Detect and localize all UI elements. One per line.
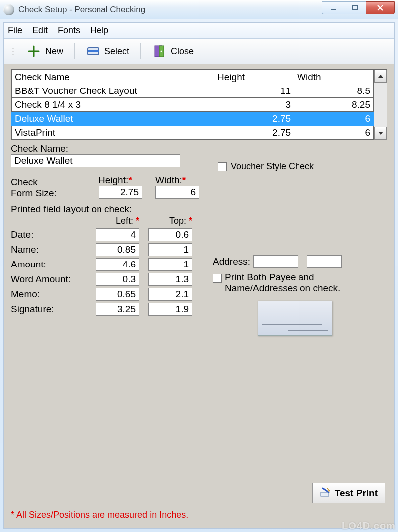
col-width[interactable]: Width: [294, 70, 374, 84]
word-amount-top-input[interactable]: [148, 273, 192, 286]
table-row[interactable]: Check 8 1/4 x 3 3 8.25: [12, 98, 374, 112]
memo-label: Memo:: [11, 289, 96, 300]
window-controls: [322, 5, 395, 14]
check-table[interactable]: Check Name Height Width BB&T Voucher Che…: [11, 70, 374, 140]
scroll-down-button[interactable]: [374, 127, 387, 140]
menu-edit[interactable]: Edit: [32, 25, 48, 36]
app-window: Check Setup - Personal Checking File Edi…: [0, 0, 398, 532]
date-top-input[interactable]: [148, 228, 192, 241]
form-size-label: Check: [11, 177, 96, 188]
menu-help[interactable]: Help: [90, 25, 108, 36]
amount-top-input[interactable]: [148, 258, 192, 271]
memo-top-input[interactable]: [148, 288, 192, 301]
right-column: Address: Print Both Payee and Name/Addre…: [213, 252, 382, 336]
print-both-label: Name/Addresses on check.: [225, 283, 340, 294]
watermark: LO4D.com: [342, 520, 396, 532]
client-area: File Edit Fonts Help ⋮ New Select: [3, 22, 395, 529]
toolbar-new-label: New: [45, 46, 63, 57]
check-name-label: Check Name:: [11, 143, 387, 154]
address-top-input[interactable]: [307, 255, 342, 268]
test-print-label: Test Print: [335, 488, 378, 499]
col-check-name[interactable]: Check Name: [12, 70, 214, 84]
form-width-input[interactable]: [155, 186, 199, 199]
close-window-button[interactable]: [366, 1, 395, 14]
amount-label: Amount:: [11, 259, 96, 270]
name-top-input[interactable]: [148, 243, 192, 256]
close-icon: [376, 4, 384, 12]
amount-left-input[interactable]: [96, 258, 139, 271]
word-amount-label: Word Amount:: [11, 274, 96, 285]
check-name-input[interactable]: [11, 154, 180, 167]
address-left-input[interactable]: [253, 255, 298, 268]
layout-heading: Printed field layout on check:: [11, 204, 387, 215]
door-icon: [152, 44, 167, 59]
memo-left-input[interactable]: [96, 288, 139, 301]
chevron-up-icon: [378, 74, 384, 79]
toolbar-close-button[interactable]: Close: [147, 43, 199, 60]
signature-top-input[interactable]: [148, 303, 192, 316]
toolbar-grip: ⋮: [9, 46, 16, 57]
menubar: File Edit Fonts Help: [4, 23, 394, 39]
menu-fonts[interactable]: Fonts: [58, 25, 80, 36]
window-title: Check Setup - Personal Checking: [18, 5, 145, 15]
top-label: Top:: [169, 216, 186, 226]
toolbar-select-button[interactable]: Select: [81, 43, 134, 60]
scroll-up-button[interactable]: [374, 70, 387, 83]
svg-rect-3: [88, 50, 99, 52]
svg-rect-7: [321, 492, 329, 496]
height-label: Height:: [99, 175, 128, 185]
check-table-wrap: Check Name Height Width BB&T Voucher Che…: [11, 69, 387, 140]
check-preview-image: [258, 301, 332, 336]
print-both-label: Print Both Payee and: [225, 272, 340, 283]
voucher-style-label: Voucher Style Check: [231, 161, 314, 172]
word-amount-left-input[interactable]: [96, 273, 139, 286]
svg-rect-1: [353, 5, 358, 10]
table-row[interactable]: VistaPrint 2.75 6: [12, 126, 374, 140]
toolbar-divider: [140, 43, 141, 59]
table-row[interactable]: BB&T Voucher Check Layout 11 8.5: [12, 84, 374, 98]
maximize-button[interactable]: [344, 1, 366, 14]
table-row-selected[interactable]: Deluxe Wallet 2.75 6: [12, 112, 374, 126]
signature-label: Signature:: [11, 304, 96, 315]
scroll-track[interactable]: [374, 83, 387, 127]
width-label: Width:: [155, 175, 182, 185]
toolbar-new-button[interactable]: New: [21, 43, 68, 60]
name-left-input[interactable]: [96, 243, 139, 256]
select-icon: [86, 44, 100, 59]
svg-point-6: [161, 51, 162, 52]
chevron-down-icon: [378, 131, 384, 136]
date-label: Date:: [11, 229, 96, 240]
svg-rect-0: [331, 9, 336, 10]
voucher-style-checkbox[interactable]: Voucher Style Check: [218, 161, 314, 172]
form-height-input[interactable]: [99, 186, 142, 199]
toolbar-select-label: Select: [104, 46, 129, 57]
print-icon: [320, 486, 331, 500]
toolbar-close-label: Close: [171, 46, 194, 57]
test-print-button[interactable]: Test Print: [312, 483, 385, 503]
app-icon: [3, 4, 14, 15]
print-both-checkbox[interactable]: [213, 274, 222, 283]
date-left-input[interactable]: [96, 228, 139, 241]
menu-file[interactable]: File: [8, 25, 22, 36]
checkbox-icon: [218, 162, 227, 171]
signature-left-input[interactable]: [96, 303, 139, 316]
left-label: Left:: [116, 216, 133, 226]
toolbar: ⋮ New Select Close: [4, 39, 394, 64]
titlebar: Check Setup - Personal Checking: [0, 0, 398, 19]
form-size-label: Form Size:: [11, 188, 96, 199]
table-scrollbar[interactable]: [374, 70, 387, 140]
minimize-button[interactable]: [322, 1, 344, 14]
plus-icon: [26, 44, 41, 59]
col-height[interactable]: Height: [214, 70, 294, 84]
toolbar-divider: [74, 43, 75, 59]
address-label: Address:: [213, 256, 250, 267]
content-area: Check Name Height Width BB&T Voucher Che…: [4, 64, 394, 528]
name-label: Name:: [11, 244, 96, 255]
maximize-icon: [352, 4, 359, 11]
footnote: * All Sizes/Positions are measured in In…: [11, 510, 188, 520]
minimize-icon: [330, 4, 337, 11]
